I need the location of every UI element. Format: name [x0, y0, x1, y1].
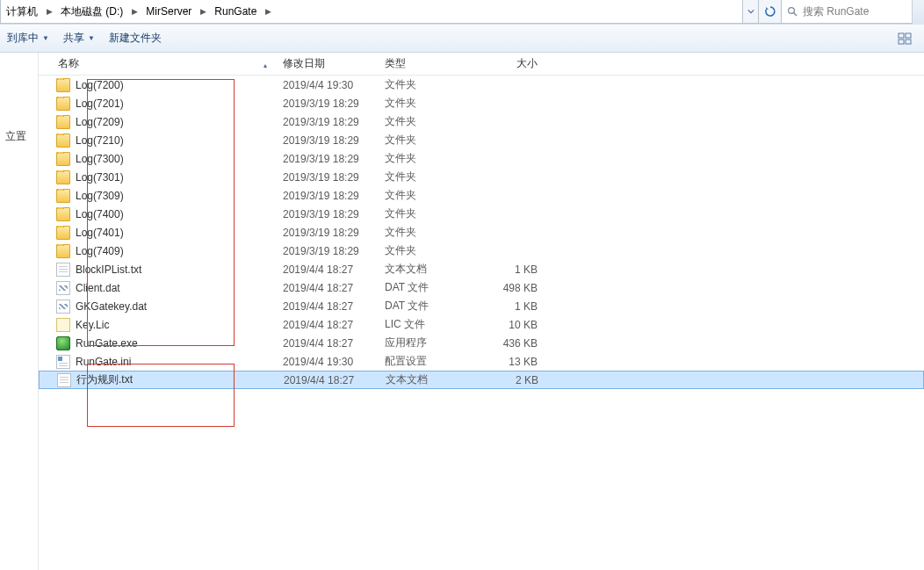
chevron-right-icon[interactable]: ▶: [262, 7, 274, 16]
file-name-cell[interactable]: Log(7309): [39, 189, 276, 203]
file-name-cell[interactable]: Log(7401): [39, 226, 276, 240]
folder-icon: [56, 170, 70, 184]
folder-icon: [56, 115, 70, 129]
file-row[interactable]: Log(7400)2019/3/19 18:29文件夹: [39, 205, 924, 223]
column-date[interactable]: 修改日期: [276, 56, 378, 71]
file-name-cell[interactable]: RunGate.exe: [39, 336, 276, 350]
file-name-cell[interactable]: Log(7301): [39, 170, 276, 184]
file-row[interactable]: RunGate.ini2019/4/4 19:30配置设置13 KB: [39, 352, 924, 371]
folder-icon: [56, 226, 70, 240]
file-name-cell[interactable]: BlockIPList.txt: [39, 263, 276, 277]
file-row[interactable]: 行为规则.txt2019/4/4 18:27文本文档2 KB: [39, 371, 924, 389]
file-name-cell[interactable]: GKGatekey.dat: [39, 299, 276, 314]
breadcrumb-item[interactable]: RunGate: [209, 0, 262, 23]
file-row[interactable]: Log(7301)2019/3/19 18:29文件夹: [39, 168, 924, 186]
file-date: 2019/3/19 18:29: [276, 190, 378, 202]
file-name-cell[interactable]: 行为规则.txt: [40, 372, 277, 387]
file-size: 10 KB: [483, 319, 545, 331]
folder-icon: [56, 152, 70, 166]
file-type: 文件夹: [378, 225, 483, 240]
column-name[interactable]: 名称 ▴: [39, 56, 276, 71]
file-row[interactable]: RunGate.exe2019/4/4 18:27应用程序436 KB: [39, 334, 924, 352]
file-name: Log(7200): [76, 79, 124, 91]
navigation-pane[interactable]: 立置: [0, 53, 39, 570]
file-row[interactable]: Log(7209)2019/3/19 18:29文件夹: [39, 112, 924, 131]
new-folder-button[interactable]: 新建文件夹: [109, 31, 162, 46]
file-name-cell[interactable]: Log(7210): [39, 133, 276, 148]
file-size: 436 KB: [483, 337, 545, 350]
svg-rect-2: [899, 33, 904, 38]
file-size: 1 KB: [483, 300, 545, 313]
file-date: 2019/4/4 19:30: [276, 79, 378, 91]
dat-icon: [56, 299, 70, 314]
ini-icon: [56, 355, 70, 369]
view-options-icon[interactable]: [898, 32, 913, 45]
file-date: 2019/3/19 18:29: [276, 116, 378, 128]
address-dropdown-button[interactable]: [743, 0, 759, 24]
chevron-right-icon[interactable]: ▶: [128, 7, 141, 16]
file-name-cell[interactable]: RunGate.ini: [39, 355, 276, 369]
nav-label: 立置: [5, 129, 26, 144]
file-row[interactable]: Log(7200)2019/4/4 19:30文件夹: [39, 76, 924, 94]
svg-line-1: [794, 13, 797, 16]
file-name: GKGatekey.dat: [76, 300, 147, 313]
chevron-right-icon[interactable]: ▶: [197, 7, 209, 16]
file-name-cell[interactable]: Log(7201): [39, 97, 276, 111]
file-type: 文件夹: [378, 243, 483, 258]
file-row[interactable]: Log(7201)2019/3/19 18:29文件夹: [39, 94, 924, 112]
file-name: Log(7309): [76, 190, 124, 202]
sort-indicator-icon: ▴: [263, 61, 267, 69]
search-input[interactable]: 搜索 RunGate: [782, 0, 924, 24]
folder-icon: [56, 78, 70, 92]
column-label: 修改日期: [283, 57, 325, 69]
file-name-cell[interactable]: Log(7200): [39, 78, 276, 92]
file-name-cell[interactable]: Key.Lic: [39, 318, 276, 332]
share-button[interactable]: 共享 ▼: [63, 31, 95, 46]
file-row[interactable]: Log(7409)2019/3/19 18:29文件夹: [39, 242, 924, 260]
chevron-down-icon: [747, 8, 754, 15]
file-name-cell[interactable]: Log(7209): [39, 115, 276, 129]
column-size[interactable]: 大小: [483, 56, 545, 71]
file-date: 2019/3/19 18:29: [276, 245, 378, 257]
file-type: 文本文档: [378, 262, 483, 277]
breadcrumb-label: MirServer: [146, 5, 191, 18]
file-date: 2019/3/19 18:29: [276, 227, 378, 239]
file-name-cell[interactable]: Log(7400): [39, 207, 276, 221]
file-type: 应用程序: [378, 336, 483, 350]
file-name-cell[interactable]: Log(7409): [39, 244, 276, 258]
file-row[interactable]: BlockIPList.txt2019/4/4 18:27文本文档1 KB: [39, 260, 924, 278]
file-row[interactable]: Log(7210)2019/3/19 18:29文件夹: [39, 131, 924, 149]
window-edge: [912, 0, 924, 25]
file-size: 1 KB: [483, 263, 545, 276]
breadcrumb[interactable]: 计算机 ▶ 本地磁盘 (D:) ▶ MirServer ▶ RunGate ▶: [0, 0, 743, 24]
breadcrumb-item[interactable]: MirServer: [141, 0, 197, 23]
file-row[interactable]: GKGatekey.dat2019/4/4 18:27DAT 文件1 KB: [39, 297, 924, 315]
include-in-library-button[interactable]: 到库中 ▼: [7, 31, 49, 46]
file-type: DAT 文件: [378, 299, 483, 314]
file-row[interactable]: Log(7309)2019/3/19 18:29文件夹: [39, 186, 924, 205]
file-row[interactable]: Log(7300)2019/3/19 18:29文件夹: [39, 149, 924, 168]
file-date: 2019/3/19 18:29: [276, 171, 378, 184]
chevron-right-icon[interactable]: ▶: [43, 7, 55, 16]
file-date: 2019/4/4 18:27: [276, 263, 378, 276]
dat-icon: [56, 281, 70, 295]
breadcrumb-label: 计算机: [6, 4, 38, 19]
breadcrumb-item[interactable]: 本地磁盘 (D:): [55, 0, 128, 23]
file-name: Log(7210): [76, 134, 124, 147]
file-row[interactable]: Key.Lic2019/4/4 18:27LIC 文件10 KB: [39, 315, 924, 334]
breadcrumb-item[interactable]: 计算机: [1, 0, 43, 23]
file-size: 2 KB: [484, 374, 545, 386]
exe-icon: [56, 336, 70, 350]
file-name-cell[interactable]: Log(7300): [39, 152, 276, 166]
file-type: 文件夹: [378, 114, 483, 129]
file-name-cell[interactable]: Client.dat: [39, 281, 276, 295]
file-list[interactable]: Log(7200)2019/4/4 19:30文件夹Log(7201)2019/…: [39, 76, 924, 389]
nav-item-location[interactable]: 立置: [0, 123, 38, 149]
file-name: Log(7300): [76, 153, 124, 165]
refresh-button[interactable]: [759, 0, 782, 24]
column-type[interactable]: 类型: [378, 56, 483, 71]
column-headers: 名称 ▴ 修改日期 类型 大小: [39, 53, 924, 76]
file-row[interactable]: Log(7401)2019/3/19 18:29文件夹: [39, 223, 924, 242]
toolbar: 到库中 ▼ 共享 ▼ 新建文件夹: [0, 25, 924, 53]
file-row[interactable]: Client.dat2019/4/4 18:27DAT 文件498 KB: [39, 278, 924, 297]
